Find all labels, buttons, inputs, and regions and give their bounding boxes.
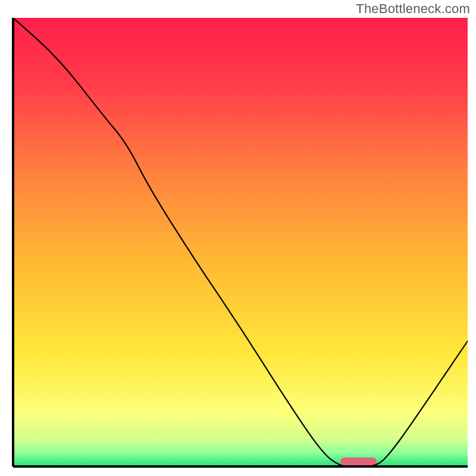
watermark-text: TheBottleneck.com (356, 1, 470, 17)
optimal-marker (340, 458, 377, 466)
bottleneck-chart (11, 18, 468, 469)
chart-background (13, 18, 468, 466)
chart-svg (11, 18, 468, 469)
